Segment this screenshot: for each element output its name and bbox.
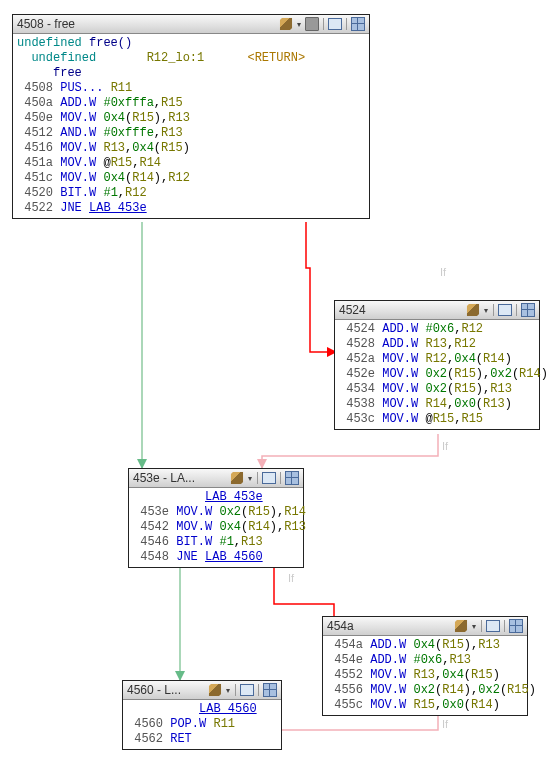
asm-line[interactable]: 4562 RET bbox=[127, 732, 277, 747]
edit-icon[interactable] bbox=[208, 683, 222, 697]
asm-line[interactable]: 4552 MOV.W R13,0x4(R15) bbox=[327, 668, 523, 683]
edit-icon[interactable] bbox=[466, 303, 480, 317]
block-title: 4508 - free bbox=[17, 17, 279, 31]
asm-line[interactable]: 4512 AND.W #0xfffe,R13 bbox=[17, 126, 365, 141]
asm-line[interactable]: 4522 JNE LAB_453e bbox=[17, 201, 365, 216]
block-titlebar[interactable]: 4560 - L... ▾ bbox=[123, 681, 281, 700]
asm-line[interactable]: 4538 MOV.W R14,0x0(R13) bbox=[339, 397, 535, 412]
separator bbox=[257, 472, 258, 484]
asm-line[interactable]: 4524 ADD.W #0x6,R12 bbox=[339, 322, 535, 337]
separator bbox=[235, 684, 236, 696]
edit-icon[interactable] bbox=[454, 619, 468, 633]
asm-line[interactable]: 454e ADD.W #0x6,R13 bbox=[327, 653, 523, 668]
asm-line[interactable]: 4516 MOV.W R13,0x4(R15) bbox=[17, 141, 365, 156]
block-titlebar[interactable]: 4524 ▾ bbox=[335, 301, 539, 320]
asm-line[interactable]: 451c MOV.W 0x4(R14),R12 bbox=[17, 171, 365, 186]
block-titlebar[interactable]: 4508 - free ▾ bbox=[13, 15, 369, 34]
fullscreen-icon[interactable] bbox=[263, 683, 277, 697]
asm-line[interactable]: 450a ADD.W #0xfffa,R15 bbox=[17, 96, 365, 111]
asm-line[interactable]: 4542 MOV.W 0x4(R14),R13 bbox=[133, 520, 299, 535]
block-body: 4524 ADD.W #0x6,R12 4528 ADD.W R13,R12 4… bbox=[335, 320, 539, 429]
window-icon[interactable] bbox=[240, 683, 254, 697]
asm-line[interactable]: 452a MOV.W R12,0x4(R14) bbox=[339, 352, 535, 367]
asm-line[interactable]: 453c MOV.W @R15,R15 bbox=[339, 412, 535, 427]
window-icon[interactable] bbox=[486, 619, 500, 633]
separator bbox=[493, 304, 494, 316]
edge-label-if: If bbox=[442, 440, 448, 452]
print-icon[interactable] bbox=[305, 17, 319, 31]
window-icon[interactable] bbox=[498, 303, 512, 317]
dropdown-icon[interactable]: ▾ bbox=[225, 683, 231, 697]
block-4560[interactable]: 4560 - L... ▾ LAB_4560 4560 POP.W R11 45… bbox=[122, 680, 282, 750]
edge-label-if: If bbox=[288, 572, 294, 584]
block-title: 4524 bbox=[339, 303, 466, 317]
separator bbox=[280, 472, 281, 484]
separator bbox=[516, 304, 517, 316]
block-body: undefined free() undefined R12_lo:1 <RET… bbox=[13, 34, 369, 218]
asm-line[interactable]: 4556 MOV.W 0x2(R14),0x2(R15) bbox=[327, 683, 523, 698]
separator bbox=[481, 620, 482, 632]
asm-line[interactable]: 4528 ADD.W R13,R12 bbox=[339, 337, 535, 352]
block-titlebar[interactable]: 454a ▾ bbox=[323, 617, 527, 636]
block-4524[interactable]: 4524 ▾ 4524 ADD.W #0x6,R12 4528 ADD.W R1… bbox=[334, 300, 540, 430]
block-453e[interactable]: 453e - LA... ▾ LAB_453e 453e MOV.W 0x2(R… bbox=[128, 468, 304, 568]
block-title: 453e - LA... bbox=[133, 471, 230, 485]
separator bbox=[323, 18, 324, 30]
asm-line[interactable]: 4548 JNE LAB_4560 bbox=[133, 550, 299, 565]
asm-line[interactable]: 450e MOV.W 0x4(R15),R13 bbox=[17, 111, 365, 126]
block-body: LAB_453e 453e MOV.W 0x2(R15),R14 4542 MO… bbox=[129, 488, 303, 567]
block-4508[interactable]: 4508 - free ▾ undefined free() undefined… bbox=[12, 14, 370, 219]
edge-label-if: If bbox=[442, 718, 448, 730]
block-body: LAB_4560 4560 POP.W R11 4562 RET bbox=[123, 700, 281, 749]
dropdown-icon[interactable]: ▾ bbox=[471, 619, 477, 633]
block-454a[interactable]: 454a ▾ 454a ADD.W 0x4(R15),R13 454e ADD.… bbox=[322, 616, 528, 716]
block-title: 4560 - L... bbox=[127, 683, 208, 697]
separator bbox=[258, 684, 259, 696]
asm-line[interactable]: 4508 PUS... R11 bbox=[17, 81, 365, 96]
edit-icon[interactable] bbox=[230, 471, 244, 485]
edit-icon[interactable] bbox=[279, 17, 293, 31]
separator bbox=[504, 620, 505, 632]
asm-line[interactable]: 4520 BIT.W #1,R12 bbox=[17, 186, 365, 201]
fullscreen-icon[interactable] bbox=[521, 303, 535, 317]
asm-line[interactable]: 454a ADD.W 0x4(R15),R13 bbox=[327, 638, 523, 653]
window-icon[interactable] bbox=[262, 471, 276, 485]
asm-line[interactable]: 453e MOV.W 0x2(R15),R14 bbox=[133, 505, 299, 520]
asm-line[interactable]: 455c MOV.W R15,0x0(R14) bbox=[327, 698, 523, 713]
edge-label-if: If bbox=[440, 266, 446, 278]
dropdown-icon[interactable]: ▾ bbox=[296, 17, 302, 31]
fullscreen-icon[interactable] bbox=[509, 619, 523, 633]
window-icon[interactable] bbox=[328, 17, 342, 31]
asm-line[interactable]: 4560 POP.W R11 bbox=[127, 717, 277, 732]
separator bbox=[346, 18, 347, 30]
block-body: 454a ADD.W 0x4(R15),R13 454e ADD.W #0x6,… bbox=[323, 636, 527, 715]
asm-line[interactable]: 451a MOV.W @R15,R14 bbox=[17, 156, 365, 171]
fullscreen-icon[interactable] bbox=[351, 17, 365, 31]
asm-line[interactable]: 452e MOV.W 0x2(R15),0x2(R14) bbox=[339, 367, 535, 382]
asm-line[interactable]: 4534 MOV.W 0x2(R15),R13 bbox=[339, 382, 535, 397]
block-titlebar[interactable]: 453e - LA... ▾ bbox=[129, 469, 303, 488]
asm-line[interactable]: 4546 BIT.W #1,R13 bbox=[133, 535, 299, 550]
dropdown-icon[interactable]: ▾ bbox=[247, 471, 253, 485]
dropdown-icon[interactable]: ▾ bbox=[483, 303, 489, 317]
fullscreen-icon[interactable] bbox=[285, 471, 299, 485]
block-title: 454a bbox=[327, 619, 454, 633]
